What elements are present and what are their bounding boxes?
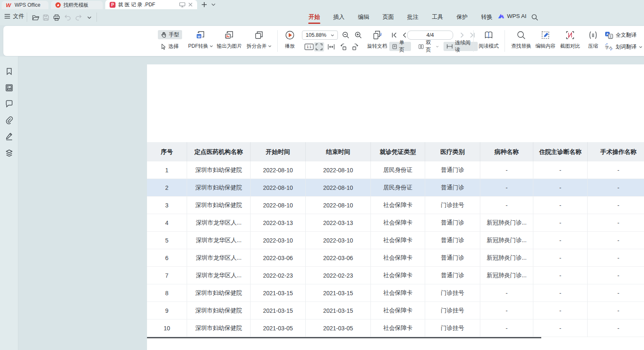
- bookmark-panel-button[interactable]: [5, 67, 13, 76]
- table-cell: 深圳市妇幼保健院: [187, 302, 251, 319]
- pdf-convert-label: PDF转换: [188, 43, 208, 50]
- table-cell: 普通门诊: [425, 161, 480, 179]
- rotate-right-button[interactable]: [350, 42, 360, 51]
- table-cell: -: [588, 267, 644, 284]
- menu-home[interactable]: 开始: [308, 10, 320, 25]
- file-menu-button[interactable]: 文件: [4, 13, 24, 20]
- table-cell: 新冠肺炎门诊...: [480, 249, 533, 266]
- pdf-page[interactable]: 序号定点医药机构名称开始时间结束时间就诊凭证类型医疗类别病种名称住院主诊断名称手…: [147, 64, 644, 350]
- find-replace-label: 查找替换: [511, 43, 531, 50]
- zoom-out-button[interactable]: [341, 31, 350, 40]
- comment-panel-button[interactable]: [5, 100, 13, 108]
- table-cell: 普通门诊: [425, 232, 480, 249]
- quickbar-dropdown[interactable]: [86, 14, 93, 21]
- select-tool-button[interactable]: 选择: [158, 42, 182, 51]
- monitor-icon[interactable]: [179, 2, 185, 8]
- table-cell: -: [588, 284, 644, 301]
- table-header-cell: 医疗类别: [425, 142, 480, 161]
- reading-mode-button[interactable]: 阅读模式: [475, 29, 502, 54]
- screenshot-compare-label: 截图对比: [560, 43, 580, 50]
- close-icon[interactable]: [188, 2, 193, 7]
- split-merge-button[interactable]: 拆分合并: [241, 29, 276, 54]
- undo-button[interactable]: [64, 14, 71, 21]
- menu-search-button[interactable]: [531, 14, 538, 21]
- table-cell: 社会保障卡: [371, 267, 425, 284]
- table-cell: 深圳市妇幼保健院: [187, 284, 251, 301]
- continuous-reading-button[interactable]: 连续阅读: [444, 42, 478, 51]
- menu-page[interactable]: 页面: [382, 10, 394, 25]
- table-cell: -: [533, 179, 588, 196]
- zoom-in-button[interactable]: [354, 31, 363, 40]
- chevron-down-icon: [211, 3, 216, 6]
- play-label: 播放: [285, 43, 295, 50]
- folder-open-icon: [32, 15, 39, 21]
- first-page-button[interactable]: [390, 31, 399, 40]
- print-button[interactable]: [53, 14, 60, 21]
- new-tab-button[interactable]: [200, 0, 209, 9]
- table-cell: -: [588, 214, 644, 231]
- menu-tools[interactable]: 工具: [431, 10, 444, 25]
- menu-insert[interactable]: 插入: [333, 10, 345, 25]
- table-row: 1深圳市妇幼保健院2022-08-102022-08-10居民身份证普通门诊--…: [147, 161, 644, 179]
- table-cell: 2022-08-10: [306, 161, 371, 179]
- rotate-document-button[interactable]: 旋转文档: [365, 29, 390, 54]
- save-button[interactable]: [42, 14, 50, 21]
- page-number-input[interactable]: 4/4: [407, 31, 453, 40]
- menu-comment[interactable]: 批注: [407, 10, 419, 25]
- double-page-icon: [418, 43, 423, 50]
- next-page-button[interactable]: [458, 31, 467, 40]
- wps-ai-button[interactable]: WPS AI: [498, 13, 527, 19]
- rotate-left-button[interactable]: [338, 42, 348, 51]
- word-translate-label: 划词翻译: [616, 43, 636, 51]
- menu-edit[interactable]: 编辑: [357, 10, 370, 25]
- edit-content-button[interactable]: 编辑内容: [532, 29, 558, 54]
- compress-icon: [583, 29, 603, 41]
- table-cell: 2022-03-13: [251, 214, 306, 231]
- table-header-cell: 结束时间: [306, 142, 371, 161]
- compress-button[interactable]: 压缩: [583, 29, 603, 54]
- full-text-translate-button[interactable]: A 文 全文翻译: [605, 31, 636, 40]
- thumbnail-panel-button[interactable]: [5, 84, 13, 92]
- redo-icon: [75, 15, 82, 20]
- menu-convert[interactable]: 转换: [481, 10, 493, 25]
- single-page-button[interactable]: 单页: [389, 42, 411, 51]
- table-cell: 社会保障卡: [371, 249, 425, 266]
- hand-tool-button[interactable]: 手型: [158, 30, 182, 39]
- svg-text:W: W: [6, 3, 12, 8]
- play-button[interactable]: 播放: [281, 29, 299, 54]
- play-icon: [281, 29, 299, 41]
- layers-panel-button[interactable]: [5, 149, 13, 157]
- find-replace-button[interactable]: 查找替换: [508, 29, 534, 54]
- fit-page-button[interactable]: [314, 42, 324, 51]
- screenshot-compare-button[interactable]: 截图对比: [557, 29, 583, 54]
- table-cell: 8: [147, 284, 187, 301]
- table-cell: 2021-03-15: [251, 302, 306, 319]
- table-header-row: 序号定点医药机构名称开始时间结束时间就诊凭证类型医疗类别病种名称住院主诊断名称手…: [147, 142, 644, 161]
- table-cell: -: [480, 161, 533, 179]
- tab-list-dropdown[interactable]: [209, 0, 218, 9]
- actual-size-button[interactable]: 1:1: [304, 42, 314, 51]
- titlebar: W WPS Office 找稻壳模板 P 就 医 记 录 .PDF: [0, 0, 644, 9]
- table-cell: 6: [147, 249, 187, 266]
- table-cell: 深圳市龙华区人...: [187, 232, 251, 249]
- word-translate-button[interactable]: 字A 划词翻译: [605, 42, 642, 51]
- table-cell: -: [533, 249, 588, 266]
- chevron-down-icon: [268, 45, 271, 47]
- open-file-button[interactable]: [32, 14, 39, 21]
- redo-button[interactable]: [75, 14, 82, 21]
- table-cell: 9: [147, 302, 187, 319]
- attachment-panel-button[interactable]: [5, 116, 13, 124]
- tab-wps-office[interactable]: W WPS Office: [2, 1, 48, 9]
- tab-document-active[interactable]: P 就 医 记 录 .PDF: [105, 0, 197, 9]
- fit-width-icon: [327, 43, 335, 50]
- undo-icon: [64, 15, 71, 20]
- double-page-button[interactable]: 双页: [416, 42, 441, 51]
- svg-text:字A: 字A: [605, 45, 612, 50]
- table-cell: 2022-02-23: [251, 267, 306, 284]
- tab-docer-template[interactable]: 找稻壳模板: [51, 1, 103, 9]
- zoom-level-select[interactable]: 105.88%: [302, 31, 338, 40]
- fit-width-button[interactable]: [326, 42, 336, 51]
- signature-panel-button[interactable]: [5, 132, 13, 141]
- table-header-cell: 序号: [147, 142, 187, 161]
- menu-protect[interactable]: 保护: [456, 10, 468, 25]
